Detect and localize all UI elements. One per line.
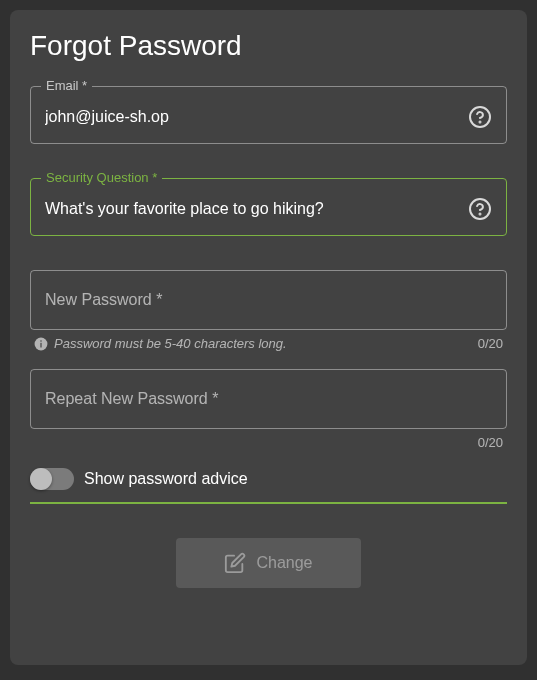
new-password-field-group: [30, 270, 507, 330]
repeat-password-group: 0/20: [30, 369, 507, 450]
svg-rect-5: [40, 342, 41, 347]
help-icon[interactable]: [468, 105, 492, 129]
new-password-group: Password must be 5-40 characters long. 0…: [30, 270, 507, 351]
password-hint-text: Password must be 5-40 characters long.: [54, 336, 287, 351]
security-question-field-wrapper[interactable]: Security Question *: [30, 178, 507, 236]
security-question-field-group: Security Question *: [30, 178, 507, 236]
security-question-input[interactable]: [45, 200, 460, 218]
button-row: Change: [30, 538, 507, 588]
show-advice-toggle-row: Show password advice: [30, 468, 507, 504]
repeat-password-input[interactable]: [45, 390, 492, 408]
edit-icon: [224, 552, 246, 574]
change-button-label: Change: [256, 554, 312, 572]
svg-point-1: [480, 122, 481, 123]
show-advice-label: Show password advice: [84, 470, 248, 488]
svg-point-6: [40, 340, 42, 342]
info-icon: [34, 337, 48, 351]
forgot-password-card: Forgot Password Email * Security Questio…: [10, 10, 527, 665]
email-field-wrapper[interactable]: Email *: [30, 86, 507, 144]
password-hint: Password must be 5-40 characters long.: [34, 336, 287, 351]
show-advice-toggle[interactable]: [30, 468, 74, 490]
svg-point-3: [480, 214, 481, 215]
repeat-password-field-wrapper[interactable]: [30, 369, 507, 429]
new-password-hint-row: Password must be 5-40 characters long. 0…: [30, 336, 507, 351]
security-question-label: Security Question *: [41, 170, 162, 185]
repeat-password-field-group: [30, 369, 507, 429]
change-button[interactable]: Change: [176, 538, 360, 588]
new-password-counter: 0/20: [478, 336, 503, 351]
email-input[interactable]: [45, 108, 460, 126]
new-password-input[interactable]: [45, 291, 492, 309]
email-field-group: Email *: [30, 86, 507, 144]
new-password-field-wrapper[interactable]: [30, 270, 507, 330]
page-title: Forgot Password: [30, 30, 507, 62]
toggle-thumb: [30, 468, 52, 490]
repeat-password-counter: 0/20: [478, 435, 503, 450]
email-label: Email *: [41, 78, 92, 93]
help-icon[interactable]: [468, 197, 492, 221]
repeat-password-hint-row: 0/20: [30, 435, 507, 450]
